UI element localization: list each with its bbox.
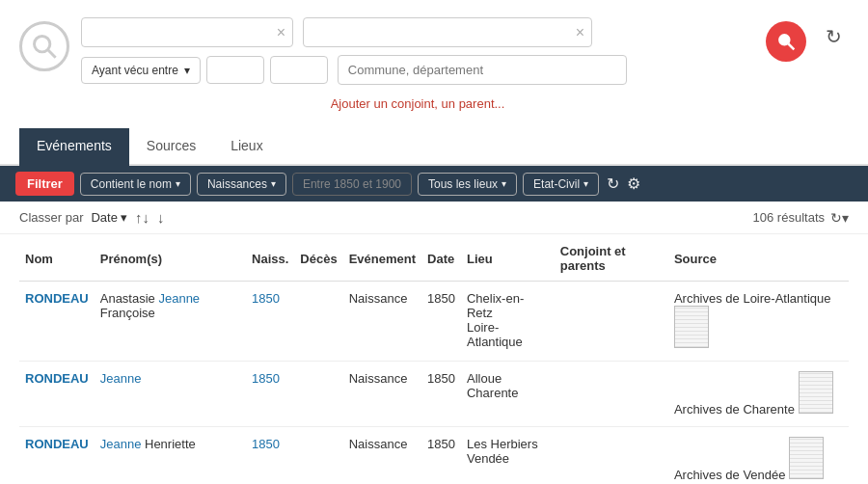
firstname-input[interactable]: jeanne	[303, 17, 592, 47]
cell-conjoint	[555, 427, 668, 485]
results-count: 106 résultats ↻▾	[753, 210, 849, 226]
cell-evenement: Naissance	[343, 282, 421, 362]
table-row: RONDEAU Jeanne 1850 Naissance 1850 Allou…	[19, 362, 849, 427]
sort-desc-button[interactable]: ↓	[157, 209, 165, 226]
table-header-row: Nom Prénom(s) Naiss. Décès Evénement Dat…	[19, 234, 849, 282]
commune-input[interactable]	[338, 55, 627, 85]
col-lieu: Lieu	[461, 234, 555, 282]
cell-date: 1850	[421, 282, 461, 362]
period-select[interactable]: Ayant vécu entre ▾	[81, 57, 201, 84]
results-table: Nom Prénom(s) Naiss. Décès Evénement Dat…	[19, 234, 849, 484]
filter-button[interactable]: Filtrer	[15, 172, 74, 196]
add-conjoint-link[interactable]: Ajouter un conjoint, un parent...	[81, 96, 754, 111]
nom-link[interactable]: RONDEAU	[25, 371, 89, 386]
col-conjoint: Conjoint et parents	[555, 234, 668, 282]
cell-deces	[294, 427, 342, 485]
filter-bar: Filtrer Contient le nom ▾ Naissances ▾ E…	[0, 166, 868, 202]
name-clear-button[interactable]: ×	[277, 25, 285, 40]
global-refresh-button[interactable]: ↻	[818, 21, 849, 52]
nom-link[interactable]: RONDEAU	[25, 437, 89, 451]
cell-lieu: Les HerbiersVendée	[461, 427, 555, 485]
cell-prenoms: Jeanne	[95, 362, 246, 427]
filter-chip-etat-civil[interactable]: Etat-Civil ▾	[523, 173, 599, 196]
sort-left: Classer par Date ▾ ↑↓ ↓	[19, 209, 164, 226]
firstname-clear-button[interactable]: ×	[576, 25, 584, 40]
filter-chip-naissances[interactable]: Naissances ▾	[197, 173, 286, 196]
search-button[interactable]	[766, 21, 806, 62]
name-input-wrap: rondeau ×	[81, 17, 293, 47]
cell-evenement: Naissance	[343, 362, 421, 427]
table-area: Nom Prénom(s) Naiss. Décès Evénement Dat…	[0, 234, 868, 484]
results-count-text: 106 résultats	[753, 210, 825, 225]
svg-line-3	[789, 44, 795, 50]
svg-point-0	[35, 37, 50, 52]
table-row: RONDEAU Jeanne Henriette 1850 Naissance …	[19, 427, 849, 485]
tab-evenements[interactable]: Evénements	[19, 128, 129, 166]
period-label: Ayant vécu entre	[92, 64, 178, 77]
filter-settings-icon[interactable]: ⚙	[627, 175, 640, 193]
source-thumbnail[interactable]	[789, 437, 824, 479]
filter-chip-all-places[interactable]: Tous les lieux ▾	[418, 173, 517, 196]
chip-label: Etat-Civil	[533, 177, 580, 191]
app-logo	[19, 21, 69, 71]
cell-source: Archives de Charente	[668, 362, 849, 427]
sort-date-button[interactable]: Date ▾	[91, 210, 126, 225]
sort-by-label: Date	[91, 210, 117, 225]
search-fields: rondeau × jeanne × Ayant vécu entre ▾ 18…	[81, 17, 754, 111]
filter-chip-contains-name[interactable]: Contient le nom ▾	[80, 173, 191, 196]
cell-source: Archives de Vendée	[668, 427, 849, 485]
col-date: Date	[421, 234, 461, 282]
tab-lieux[interactable]: Lieux	[213, 128, 280, 166]
search-row-filters: Ayant vécu entre ▾ 1850 1900	[81, 55, 754, 85]
cell-source: Archives de Loire-Atlantique	[668, 282, 849, 362]
nom-link[interactable]: RONDEAU	[25, 291, 89, 306]
filter-refresh-button[interactable]: ↻	[607, 175, 619, 193]
chevron-down-icon: ▾	[176, 178, 180, 189]
chevron-down-icon: ▾	[121, 210, 127, 225]
chevron-down-icon: ▾	[271, 178, 276, 189]
chip-label: Naissances	[207, 177, 267, 191]
chip-label: Contient le nom	[91, 177, 172, 191]
firstname-input-wrap: jeanne ×	[303, 17, 592, 47]
source-thumbnail[interactable]	[799, 371, 833, 414]
chip-label: Tous les lieux	[428, 177, 498, 191]
col-nom: Nom	[19, 234, 95, 282]
year-to-input[interactable]: 1900	[270, 56, 328, 84]
chevron-down-icon: ▾	[184, 64, 190, 77]
search-area: rondeau × jeanne × Ayant vécu entre ▾ 18…	[0, 0, 868, 121]
tab-sources[interactable]: Sources	[129, 128, 213, 166]
highlight-prenom[interactable]: Jeanne	[158, 291, 200, 306]
search-row-main: rondeau × jeanne ×	[81, 17, 754, 47]
table-row: RONDEAU Anastasie Jeanne Françoise 1850 …	[19, 282, 849, 362]
source-thumbnail[interactable]	[674, 306, 709, 348]
highlight-prenom[interactable]: Jeanne	[100, 371, 142, 386]
chevron-down-icon: ▾	[583, 178, 588, 189]
highlight-prenom[interactable]: Jeanne	[100, 437, 142, 451]
name-input[interactable]: rondeau	[81, 17, 293, 47]
sort-bar: Classer par Date ▾ ↑↓ ↓ 106 résultats ↻▾	[0, 202, 868, 234]
sort-asc-button[interactable]: ↑↓	[135, 209, 149, 226]
cell-deces	[294, 282, 342, 362]
results-refresh-button[interactable]: ↻▾	[830, 210, 849, 226]
year-from-input[interactable]: 1850	[206, 56, 264, 84]
cell-date: 1850	[421, 362, 461, 427]
filter-chip-period: Entre 1850 et 1900	[292, 173, 412, 196]
col-source: Source	[668, 234, 849, 282]
col-naiss: Naiss.	[246, 234, 294, 282]
cell-nom: RONDEAU	[19, 362, 95, 427]
chevron-down-icon: ▾	[502, 178, 506, 189]
period-wrap: Ayant vécu entre ▾ 1850 1900	[81, 56, 328, 84]
cell-naiss: 1850	[246, 282, 294, 362]
cell-deces	[294, 362, 342, 427]
cell-evenement: Naissance	[343, 427, 421, 485]
svg-point-2	[779, 35, 789, 44]
sort-label: Classer par	[19, 210, 83, 225]
cell-date: 1850	[421, 427, 461, 485]
cell-naiss: 1850	[246, 427, 294, 485]
col-deces: Décès	[294, 234, 342, 282]
cell-lieu: AlloueCharente	[461, 362, 555, 427]
cell-prenoms: Jeanne Henriette	[95, 427, 246, 485]
cell-conjoint	[555, 362, 668, 427]
cell-nom: RONDEAU	[19, 282, 95, 362]
tabs: Evénements Sources Lieux	[0, 128, 868, 166]
